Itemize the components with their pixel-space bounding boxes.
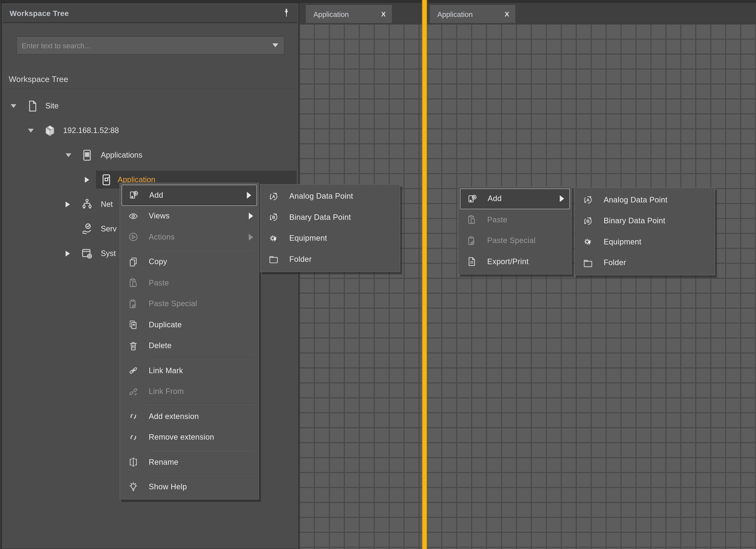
submenu-arrow-icon xyxy=(560,195,564,202)
canvas-grid-left[interactable] xyxy=(300,23,422,549)
menu-item-equipment[interactable]: Equipment xyxy=(575,231,714,252)
menu-item-binary-data-point[interactable]: BBinary Data Point xyxy=(575,210,714,231)
tree-item-applications[interactable]: Applications xyxy=(2,146,297,164)
search-box[interactable] xyxy=(16,36,285,55)
menu-item-add-extension[interactable]: Add extension xyxy=(120,406,258,427)
panel-title: Workspace Tree xyxy=(10,9,69,18)
tree-item-label: Net xyxy=(101,200,113,208)
menu-item-equipment[interactable]: Equipment xyxy=(260,228,400,249)
menu-item-add[interactable]: Add xyxy=(460,188,570,209)
chevron-down-icon[interactable] xyxy=(65,153,71,157)
tab-application-right[interactable]: Application X xyxy=(429,4,516,23)
chevron-down-icon[interactable] xyxy=(11,104,16,108)
menu-item-label: Folder xyxy=(604,259,626,267)
views-icon xyxy=(128,211,139,222)
chevron-right-icon[interactable] xyxy=(65,251,70,256)
actions-icon xyxy=(128,232,139,243)
tree-item-label: Applications xyxy=(101,151,142,159)
menu-item-link-mark[interactable]: Link Mark xyxy=(120,360,258,381)
folder-icon xyxy=(268,254,279,265)
add-icon xyxy=(128,190,139,201)
services-icon xyxy=(81,222,94,235)
tab-application-left[interactable]: Application X xyxy=(305,4,392,23)
menu-item-rename[interactable]: Rename xyxy=(120,452,258,473)
menu-item-label: Binary Data Point xyxy=(604,217,665,225)
chevron-right-icon[interactable] xyxy=(65,201,70,207)
svg-text:A: A xyxy=(586,198,590,202)
menu-item-label: Actions xyxy=(149,233,175,241)
menu-item-copy[interactable]: Copy xyxy=(120,251,258,272)
menu-item-label: Views xyxy=(149,212,170,220)
network-icon xyxy=(81,198,94,211)
menu-item-binary-data-point[interactable]: BBinary Data Point xyxy=(260,207,400,228)
menu-item-label: Duplicate xyxy=(149,321,182,329)
duplicate-icon xyxy=(128,319,139,330)
paste-special-icon xyxy=(466,235,477,246)
menu-item-label: Analog Data Point xyxy=(604,196,667,204)
menu-item-label: Equipment xyxy=(289,234,327,243)
menu-item-show-help[interactable]: Show Help xyxy=(120,477,258,498)
tree-section-label: Workspace Tree xyxy=(9,75,68,84)
menu-item-label: Link From xyxy=(149,387,184,396)
menu-item-remove-extension[interactable]: Remove extension xyxy=(120,427,258,448)
menu-item-duplicate[interactable]: Duplicate xyxy=(120,314,258,335)
pane-divider[interactable] xyxy=(422,0,427,549)
chevron-down-icon[interactable] xyxy=(272,43,278,47)
tree-item-192-168-1-52-88[interactable]: 192.168.1.52:88 xyxy=(2,121,297,139)
document-icon xyxy=(26,99,39,112)
menu-item-folder[interactable]: Folder xyxy=(575,252,714,273)
menu-separator xyxy=(147,358,254,359)
menu-item-label: Remove extension xyxy=(149,433,214,442)
paste-icon xyxy=(466,214,477,225)
tree-item-site[interactable]: Site xyxy=(2,97,297,115)
tab-label: Application xyxy=(437,10,473,18)
menu-item-delete[interactable]: Delete xyxy=(120,335,258,356)
menu-item-folder[interactable]: Folder xyxy=(260,249,400,270)
search-input[interactable] xyxy=(17,41,272,49)
tree-item-label: Syst xyxy=(101,249,116,258)
menu-item-link-from[interactable]: Link From xyxy=(120,381,258,402)
application-icon xyxy=(100,173,113,186)
menu-item-paste-special[interactable]: Paste Special xyxy=(120,293,258,314)
menu-item-label: Paste xyxy=(149,279,169,287)
menu-item-label: Export/Print xyxy=(487,257,529,266)
binary-point-icon: B xyxy=(268,212,279,223)
menu-item-label: Equipment xyxy=(604,238,641,246)
menu-item-label: Show Help xyxy=(149,483,187,491)
menu-item-analog-data-point[interactable]: AAnalog Data Point xyxy=(575,189,714,210)
chevron-down-icon[interactable] xyxy=(28,128,34,132)
tree-item-label: Serv xyxy=(101,224,117,233)
context-menu-right: AddPastePaste SpecialExport/Print xyxy=(458,186,572,274)
menu-item-label: Paste Special xyxy=(487,236,536,245)
pin-icon[interactable] xyxy=(281,8,292,19)
applications-icon xyxy=(81,149,94,162)
menu-item-paste[interactable]: Paste xyxy=(458,209,571,230)
add-submenu: AAnalog Data PointBBinary Data PointEqui… xyxy=(260,184,400,272)
menu-item-analog-data-point[interactable]: AAnalog Data Point xyxy=(260,186,400,207)
system-icon xyxy=(81,247,94,260)
svg-text:A: A xyxy=(272,194,275,199)
folder-icon xyxy=(582,257,594,268)
paste-icon xyxy=(128,277,139,288)
equipment-icon xyxy=(268,233,279,244)
equipment-icon xyxy=(582,236,594,248)
menu-item-views[interactable]: Views xyxy=(120,206,258,227)
export-print-icon xyxy=(466,256,477,267)
help-icon xyxy=(128,481,139,493)
menu-item-label: Add extension xyxy=(149,412,199,421)
context-menu: AddViewsActionsCopyPastePaste SpecialDup… xyxy=(119,183,259,499)
window-top-edge xyxy=(0,0,756,3)
menu-item-export-print[interactable]: Export/Print xyxy=(458,251,571,272)
close-icon[interactable]: X xyxy=(381,10,386,18)
chevron-right-icon[interactable] xyxy=(85,177,89,183)
menu-item-paste[interactable]: Paste xyxy=(120,272,258,293)
menu-item-label: Link Mark xyxy=(149,366,183,375)
close-icon[interactable]: X xyxy=(505,10,509,18)
menu-item-actions[interactable]: Actions xyxy=(120,227,258,248)
menu-item-add[interactable]: Add xyxy=(121,185,257,206)
canvas-grid-right[interactable] xyxy=(427,23,756,549)
menu-item-paste-special[interactable]: Paste Special xyxy=(458,230,571,251)
tree-item-label: 192.168.1.52:88 xyxy=(63,126,119,135)
add-icon xyxy=(466,193,478,204)
tab-label: Application xyxy=(313,10,349,18)
